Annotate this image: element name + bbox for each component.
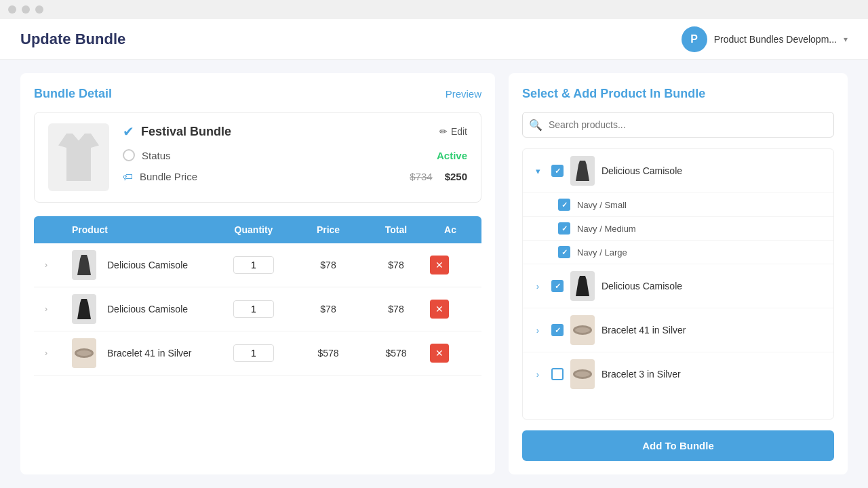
list-product-name-1: Delicious Camisole — [601, 165, 682, 176]
edit-label: Edit — [451, 126, 467, 137]
list-bracelet-icon-2 — [573, 369, 592, 379]
status-value: Active — [437, 150, 467, 161]
variant-checkbox-1-2[interactable] — [558, 222, 570, 235]
list-item-2: › Delicious Camisole — [523, 264, 833, 308]
variant-item-1-2: Navy / Medium — [523, 217, 833, 241]
chrome-dot-3 — [35, 5, 43, 14]
delete-btn-3: ✕ — [430, 344, 471, 363]
variant-name-1-1: Navy / Small — [577, 200, 627, 210]
variant-name-1-3: Navy / Large — [577, 247, 627, 258]
variant-item-1-1: Navy / Small — [523, 193, 833, 217]
price-label: Bundle Price — [140, 171, 197, 182]
list-item-1: ▾ Delicious Camisole — [523, 149, 833, 193]
bundle-info-card: ✔ Festival Bundle ✏ Edit Status Active 🏷… — [34, 112, 481, 203]
qty-input-1[interactable] — [233, 256, 274, 274]
delete-btn-2: ✕ — [430, 300, 471, 319]
search-icon: 🔍 — [529, 119, 542, 131]
preview-link[interactable]: Preview — [446, 88, 481, 100]
search-box: 🔍 — [522, 112, 834, 138]
panel-header: Bundle Detail Preview — [34, 87, 481, 101]
product-name-2: Delicious Camisole — [102, 304, 188, 314]
expand-icon[interactable]: › — [45, 260, 72, 270]
table-header: Product Quantity Price Total Ac — [34, 216, 481, 243]
edit-button[interactable]: ✏ Edit — [439, 126, 467, 137]
delete-button-1[interactable]: ✕ — [430, 256, 449, 274]
product-name-1: Delicious Camisole — [102, 260, 188, 270]
qty-cell-1 — [213, 256, 294, 274]
variant-name-1-2: Navy / Medium — [577, 224, 636, 234]
right-panel: Select & Add Product In Bundle 🔍 ▾ Delic… — [509, 73, 848, 474]
edit-icon: ✏ — [439, 126, 448, 137]
table-row: › Delicious Camisole $78 $78 ✕ — [34, 243, 481, 287]
header-right: P Product Bundles Developm... ▾ — [682, 26, 848, 52]
search-input[interactable] — [522, 112, 834, 138]
col-expand — [45, 224, 72, 235]
status-radio[interactable] — [123, 149, 135, 161]
qty-cell-2 — [213, 300, 294, 318]
product-list-thumb-1 — [570, 156, 595, 186]
expand-icon-2[interactable]: › — [45, 304, 72, 314]
variant-checkbox-1-1[interactable] — [558, 199, 570, 211]
total-cell-1: $78 — [362, 260, 430, 270]
price-original: $734 — [410, 171, 432, 182]
list-bracelet-icon — [573, 325, 592, 335]
qty-input-2[interactable] — [233, 300, 274, 318]
collapse-btn-4[interactable]: › — [531, 367, 545, 381]
checkbox-1[interactable] — [551, 165, 564, 177]
price-cell-3: $578 — [294, 348, 362, 359]
left-panel: Bundle Detail Preview ✔ Festival Bundle … — [20, 73, 495, 474]
table-row: › Delicious Camisole $78 $78 ✕ — [34, 287, 481, 331]
dress-icon-2 — [77, 299, 91, 319]
price-cell-1: $78 — [294, 260, 362, 270]
delete-btn-1: ✕ — [430, 256, 471, 274]
bracelet-icon — [75, 348, 94, 358]
product-name-3: Bracelet 41 in Silver — [102, 348, 192, 359]
product-thumb-1 — [72, 250, 96, 280]
avatar: P — [682, 26, 707, 52]
delete-button-3[interactable]: ✕ — [430, 344, 449, 363]
product-list-thumb-3 — [570, 315, 595, 345]
status-label: Status — [142, 150, 171, 161]
product-thumb-2 — [72, 294, 96, 324]
right-panel-title: Select & Add Product In Bundle — [522, 87, 834, 101]
bundle-name-row: ✔ Festival Bundle ✏ Edit — [123, 123, 467, 140]
collapse-btn-3[interactable]: › — [531, 323, 545, 337]
list-product-name-2: Delicious Camisole — [601, 281, 682, 291]
verified-icon: ✔ — [123, 123, 134, 140]
product-list-thumb-2 — [570, 271, 595, 301]
delete-button-2[interactable]: ✕ — [430, 300, 449, 319]
checkbox-2[interactable] — [551, 280, 564, 292]
product-cell-3: Bracelet 41 in Silver — [72, 338, 213, 368]
list-dress-icon-1 — [576, 161, 589, 181]
product-thumb-3 — [72, 338, 96, 368]
add-to-bundle-button[interactable]: Add To Bundle — [522, 430, 834, 461]
main-content: Bundle Detail Preview ✔ Festival Bundle … — [0, 60, 868, 488]
bundle-detail-title: Bundle Detail — [34, 87, 112, 101]
variant-checkbox-1-3[interactable] — [558, 246, 570, 258]
collapse-btn-2[interactable]: › — [531, 279, 545, 293]
product-list: ▾ Delicious Camisole Navy / Small Navy /… — [522, 148, 834, 420]
status-row: Status Active — [123, 149, 467, 161]
table-row: › Bracelet 41 in Silver $578 $578 ✕ — [34, 331, 481, 375]
total-cell-2: $78 — [362, 304, 430, 314]
chevron-down-icon[interactable]: ▾ — [844, 35, 848, 44]
checkbox-4[interactable] — [551, 368, 564, 380]
checkbox-3[interactable] — [551, 324, 564, 336]
collapse-btn-1[interactable]: ▾ — [531, 164, 545, 178]
price-row: 🏷 Bundle Price $734 $250 — [123, 171, 467, 182]
product-list-thumb-4 — [570, 359, 595, 389]
qty-input-3[interactable] — [233, 344, 274, 362]
variant-item-1-3: Navy / Large — [523, 241, 833, 264]
col-quantity: Quantity — [213, 224, 294, 235]
expand-icon-3[interactable]: › — [45, 348, 72, 358]
bundle-name: Festival Bundle — [141, 125, 231, 139]
product-cell-2: Delicious Camisole — [72, 294, 213, 324]
window-chrome — [0, 0, 868, 19]
dress-icon — [77, 255, 91, 275]
qty-cell-3 — [213, 344, 294, 362]
bundle-image — [48, 123, 109, 191]
list-dress-icon-2 — [576, 276, 589, 296]
tshirt-icon — [58, 134, 99, 181]
list-item-3: › Bracelet 41 in Silver — [523, 308, 833, 352]
price-discounted: $250 — [445, 171, 467, 182]
